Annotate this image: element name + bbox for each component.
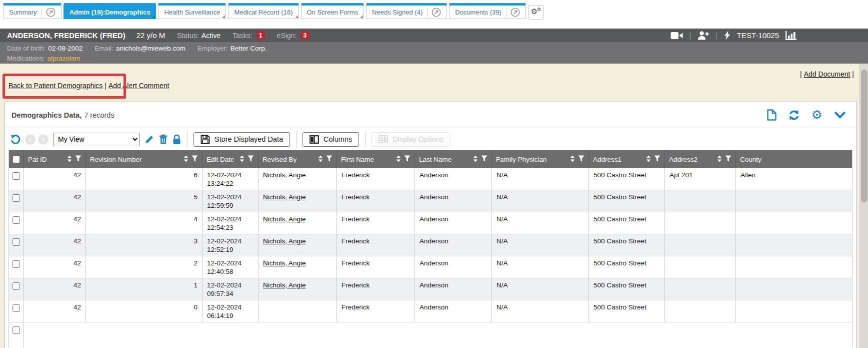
filter-icon[interactable] [248, 155, 254, 163]
panel-title-row: Demographics Data,7 records ⚙ [4, 102, 856, 128]
sort-icon[interactable] [646, 155, 651, 164]
view-select[interactable]: My View [54, 133, 140, 146]
filter-icon[interactable] [192, 155, 198, 163]
filter-icon[interactable] [481, 155, 488, 163]
status-value: Active [202, 32, 220, 40]
tab-documents-39[interactable]: Documents (39) [449, 3, 526, 19]
patient-age-sex: 22 y/o M [136, 31, 166, 40]
filter-icon[interactable] [326, 155, 332, 163]
edit-time-line: 13:24:22 [207, 179, 254, 188]
edit-time-line: 12:59:59 [207, 201, 254, 210]
popout-icon[interactable] [42, 8, 56, 17]
cell-family-physician: N/A [492, 234, 589, 256]
tasks-badge[interactable]: 1 [256, 31, 265, 40]
row-checkbox[interactable] [12, 216, 20, 224]
revised-by-link[interactable]: Nichols, Angie [263, 281, 306, 289]
esign-badge[interactable]: 3 [300, 31, 309, 40]
cell-first-name: Frederick [337, 168, 415, 190]
sort-icon[interactable] [240, 155, 244, 164]
scrollbar-thumb[interactable] [861, 70, 868, 202]
popout-icon[interactable] [427, 8, 441, 17]
cell-county [736, 234, 852, 256]
filter-icon[interactable] [404, 155, 410, 163]
cell-select [9, 190, 24, 212]
revised-by-link[interactable]: Nichols, Angie [263, 171, 306, 179]
cell-county [736, 300, 852, 322]
revised-by-link[interactable]: Nichols, Angie [263, 193, 306, 201]
vertical-scrollbar[interactable] [860, 64, 868, 348]
row-checkbox[interactable] [12, 304, 20, 312]
lock-icon[interactable] [172, 134, 181, 145]
select-all-checkbox[interactable] [13, 156, 20, 163]
column-header-last-name[interactable]: Last Name [415, 150, 492, 168]
cell-address1: 500 Castro Street [589, 190, 665, 212]
add-user-icon[interactable] [698, 31, 709, 40]
chart-settings-button[interactable]: ⚙ ⚙ [528, 5, 544, 20]
toolbar-divider [365, 131, 366, 148]
footer-checkbox[interactable] [12, 326, 20, 334]
app-root: Summary Admin (19):Demographics Health S… [0, 0, 868, 348]
add-document-link[interactable]: Add Document [804, 70, 850, 78]
revised-by-link[interactable]: Nichols, Angie [263, 259, 306, 267]
add-alert-comment-link[interactable]: Add Alert Comment [108, 82, 169, 90]
row-checkbox[interactable] [12, 238, 20, 246]
bar-chart-icon[interactable] [786, 31, 796, 40]
row-checkbox[interactable] [12, 282, 20, 290]
edit-pencil-icon[interactable] [144, 135, 154, 144]
delete-trash-icon[interactable] [159, 134, 168, 144]
back-to-patient-demographics-link[interactable]: Back to Patient Demographics [8, 82, 102, 90]
column-header-revision-number[interactable]: Revision Number [86, 150, 202, 168]
cell-edit-date: 12-02-2024 06:14:19 [202, 300, 258, 322]
refresh-icon[interactable] [788, 110, 800, 121]
tab-admin-19-demographics[interactable]: Admin (19):Demographics [64, 3, 156, 19]
column-header-family-physician[interactable]: Family Physician [492, 150, 589, 168]
row-checkbox[interactable] [12, 260, 20, 268]
tab-medical-record-16[interactable]: Medical Record (16) [228, 3, 298, 19]
column-header-pat-id[interactable]: Pat ID [24, 150, 86, 168]
table-row: 42 4 12-02-2024 12:54:23 Nichols, Angie … [9, 212, 852, 234]
column-header-address2[interactable]: Address2 [665, 150, 736, 168]
cell-revision-number: 0 [86, 300, 202, 322]
sort-icon[interactable] [717, 155, 722, 164]
filter-icon[interactable] [75, 155, 82, 163]
sort-icon[interactable] [184, 155, 188, 164]
tab-summary[interactable]: Summary [3, 3, 62, 19]
tab-label: Needs Signed (4) [372, 9, 422, 16]
row-checkbox[interactable] [12, 194, 20, 202]
cell-last-name: Anderson [415, 278, 492, 300]
filter-icon[interactable] [654, 155, 660, 163]
columns-button[interactable]: Columns [302, 132, 359, 147]
video-call-icon[interactable] [670, 32, 683, 40]
tab-label: On Screen Forms [307, 9, 358, 16]
sort-icon[interactable] [473, 155, 478, 164]
sort-icon[interactable] [67, 155, 72, 164]
new-document-icon[interactable] [767, 109, 776, 121]
popout-icon[interactable] [506, 8, 520, 17]
column-header-edit-date[interactable]: Edit Date [202, 150, 258, 168]
settings-gear-icon[interactable]: ⚙ [812, 109, 822, 121]
lightning-bolt-icon[interactable] [724, 31, 730, 40]
store-displayed-data-button[interactable]: Store Displayed Data [194, 132, 290, 147]
column-header-first-name[interactable]: First Name [337, 150, 415, 168]
collapse-chevron-down-icon[interactable] [834, 112, 846, 119]
undo-icon[interactable] [10, 134, 20, 145]
edit-date-line: 12-02-2024 [207, 171, 254, 179]
cell-revised-by: Nichols, Angie [258, 212, 337, 234]
row-checkbox[interactable] [12, 172, 20, 180]
patient-id: TEST-10025 [737, 31, 779, 40]
column-header-revised-by[interactable]: Revised By [258, 150, 337, 168]
revised-by-link[interactable]: Nichols, Angie [263, 215, 306, 223]
filter-icon[interactable] [578, 155, 584, 163]
filter-icon[interactable] [725, 155, 732, 163]
column-header-county[interactable]: County [736, 150, 852, 168]
tab-needs-signed-4[interactable]: Needs Signed (4) [366, 3, 447, 19]
cell-pat-id: 42 [24, 278, 86, 300]
column-header-address1[interactable]: Address1 [589, 150, 665, 168]
sort-icon[interactable] [570, 155, 575, 164]
tab-health-surveillance[interactable]: Health Surveillance [158, 3, 226, 19]
sort-icon[interactable] [318, 155, 323, 164]
revised-by-link[interactable]: Nichols, Angie [263, 237, 306, 245]
sort-icon[interactable] [396, 155, 401, 164]
tab-on-screen-forms[interactable]: On Screen Forms [301, 3, 364, 19]
cell-edit-date: 12-02-2024 12:59:59 [202, 190, 258, 212]
